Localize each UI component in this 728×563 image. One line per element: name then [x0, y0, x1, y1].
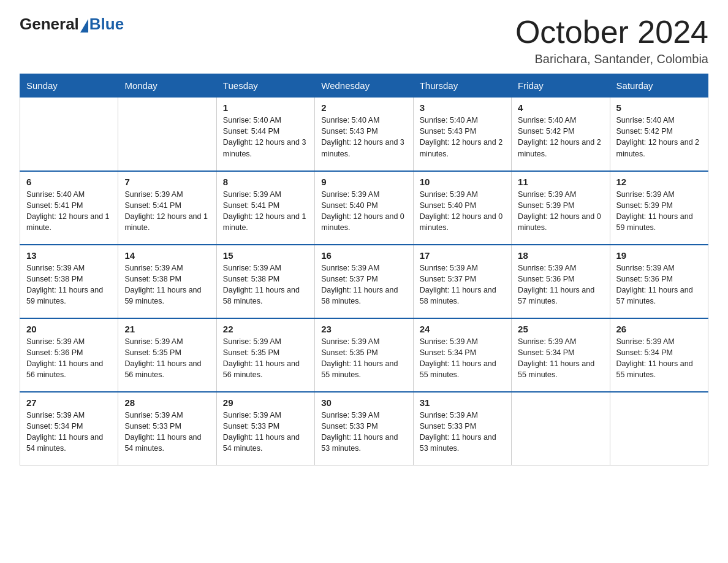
calendar-table: Sunday Monday Tuesday Wednesday Thursday… — [20, 74, 708, 465]
day-info: Sunrise: 5:39 AMSunset: 5:38 PMDaylight:… — [223, 262, 308, 307]
day-info: Sunrise: 5:39 AMSunset: 5:35 PMDaylight:… — [124, 336, 210, 381]
table-row: 2Sunrise: 5:40 AMSunset: 5:43 PMDaylight… — [315, 98, 413, 171]
table-row: 31Sunrise: 5:39 AMSunset: 5:33 PMDayligh… — [413, 392, 511, 465]
table-row: 29Sunrise: 5:39 AMSunset: 5:33 PMDayligh… — [216, 392, 314, 465]
day-number: 7 — [124, 177, 210, 187]
day-number: 17 — [420, 250, 505, 261]
day-number: 4 — [518, 102, 603, 113]
header-wednesday: Wednesday — [315, 74, 413, 98]
day-number: 10 — [420, 177, 505, 187]
day-number: 2 — [321, 102, 406, 113]
day-info: Sunrise: 5:39 AMSunset: 5:37 PMDaylight:… — [321, 262, 406, 307]
day-info: Sunrise: 5:39 AMSunset: 5:36 PMDaylight:… — [616, 262, 702, 307]
table-row: 9Sunrise: 5:39 AMSunset: 5:40 PMDaylight… — [315, 171, 413, 245]
day-info: Sunrise: 5:39 AMSunset: 5:38 PMDaylight:… — [124, 262, 210, 307]
day-info: Sunrise: 5:39 AMSunset: 5:33 PMDaylight:… — [124, 410, 210, 454]
table-row: 4Sunrise: 5:40 AMSunset: 5:42 PMDaylight… — [512, 98, 610, 171]
day-info: Sunrise: 5:39 AMSunset: 5:34 PMDaylight:… — [420, 336, 505, 381]
table-row: 14Sunrise: 5:39 AMSunset: 5:38 PMDayligh… — [118, 245, 216, 318]
table-row: 6Sunrise: 5:40 AMSunset: 5:41 PMDaylight… — [20, 171, 118, 245]
day-info: Sunrise: 5:39 AMSunset: 5:35 PMDaylight:… — [321, 336, 406, 381]
day-number: 11 — [518, 177, 603, 187]
logo-general-text: General — [20, 15, 79, 34]
table-row: 22Sunrise: 5:39 AMSunset: 5:35 PMDayligh… — [216, 318, 314, 392]
day-info: Sunrise: 5:39 AMSunset: 5:34 PMDaylight:… — [616, 336, 702, 381]
day-number: 21 — [124, 324, 210, 334]
table-row — [20, 98, 118, 171]
table-row: 24Sunrise: 5:39 AMSunset: 5:34 PMDayligh… — [413, 318, 511, 392]
day-info: Sunrise: 5:39 AMSunset: 5:37 PMDaylight:… — [420, 262, 505, 307]
day-number: 27 — [26, 397, 112, 408]
table-row: 15Sunrise: 5:39 AMSunset: 5:38 PMDayligh… — [216, 245, 314, 318]
day-number: 12 — [616, 177, 702, 187]
table-row: 16Sunrise: 5:39 AMSunset: 5:37 PMDayligh… — [315, 245, 413, 318]
day-info: Sunrise: 5:39 AMSunset: 5:40 PMDaylight:… — [420, 189, 505, 234]
logo-blue-text: Blue — [89, 15, 124, 34]
day-number: 8 — [223, 177, 308, 187]
table-row: 11Sunrise: 5:39 AMSunset: 5:39 PMDayligh… — [512, 171, 610, 245]
day-number: 19 — [616, 250, 702, 261]
day-number: 26 — [616, 324, 702, 334]
day-number: 5 — [616, 102, 702, 113]
logo: General Blue — [20, 15, 124, 34]
day-info: Sunrise: 5:40 AMSunset: 5:44 PMDaylight:… — [223, 115, 308, 159]
day-number: 25 — [518, 324, 603, 334]
calendar-week-row: 6Sunrise: 5:40 AMSunset: 5:41 PMDaylight… — [20, 171, 708, 245]
day-info: Sunrise: 5:39 AMSunset: 5:41 PMDaylight:… — [124, 189, 210, 234]
location-subtitle: Barichara, Santander, Colombia — [515, 52, 708, 66]
table-row: 20Sunrise: 5:39 AMSunset: 5:36 PMDayligh… — [20, 318, 118, 392]
day-number: 14 — [124, 250, 210, 261]
calendar-week-row: 20Sunrise: 5:39 AMSunset: 5:36 PMDayligh… — [20, 318, 708, 392]
table-row: 26Sunrise: 5:39 AMSunset: 5:34 PMDayligh… — [610, 318, 708, 392]
table-row: 3Sunrise: 5:40 AMSunset: 5:43 PMDaylight… — [413, 98, 511, 171]
day-info: Sunrise: 5:39 AMSunset: 5:38 PMDaylight:… — [26, 262, 112, 307]
day-number: 30 — [321, 397, 406, 408]
month-title: October 2024 — [515, 15, 708, 50]
day-info: Sunrise: 5:39 AMSunset: 5:36 PMDaylight:… — [518, 262, 603, 307]
weekday-header-row: Sunday Monday Tuesday Wednesday Thursday… — [20, 74, 708, 98]
day-number: 3 — [420, 102, 505, 113]
day-info: Sunrise: 5:40 AMSunset: 5:42 PMDaylight:… — [616, 115, 702, 159]
table-row: 30Sunrise: 5:39 AMSunset: 5:33 PMDayligh… — [315, 392, 413, 465]
calendar-week-row: 13Sunrise: 5:39 AMSunset: 5:38 PMDayligh… — [20, 245, 708, 318]
day-info: Sunrise: 5:39 AMSunset: 5:33 PMDaylight:… — [420, 410, 505, 454]
day-info: Sunrise: 5:39 AMSunset: 5:34 PMDaylight:… — [518, 336, 603, 381]
day-number: 13 — [26, 250, 112, 261]
day-info: Sunrise: 5:39 AMSunset: 5:40 PMDaylight:… — [321, 189, 406, 234]
day-number: 29 — [223, 397, 308, 408]
day-info: Sunrise: 5:39 AMSunset: 5:39 PMDaylight:… — [518, 189, 603, 234]
table-row: 8Sunrise: 5:39 AMSunset: 5:41 PMDaylight… — [216, 171, 314, 245]
header-friday: Friday — [512, 74, 610, 98]
day-number: 1 — [223, 102, 308, 113]
calendar-week-row: 1Sunrise: 5:40 AMSunset: 5:44 PMDaylight… — [20, 98, 708, 171]
day-number: 6 — [26, 177, 112, 187]
day-info: Sunrise: 5:40 AMSunset: 5:42 PMDaylight:… — [518, 115, 603, 159]
day-number: 15 — [223, 250, 308, 261]
header-monday: Monday — [118, 74, 216, 98]
header-thursday: Thursday — [413, 74, 511, 98]
day-number: 18 — [518, 250, 603, 261]
day-number: 23 — [321, 324, 406, 334]
day-info: Sunrise: 5:39 AMSunset: 5:41 PMDaylight:… — [223, 189, 308, 234]
page-header: General Blue October 2024 Barichara, San… — [20, 15, 708, 66]
table-row: 28Sunrise: 5:39 AMSunset: 5:33 PMDayligh… — [118, 392, 216, 465]
day-number: 24 — [420, 324, 505, 334]
table-row: 21Sunrise: 5:39 AMSunset: 5:35 PMDayligh… — [118, 318, 216, 392]
day-info: Sunrise: 5:40 AMSunset: 5:43 PMDaylight:… — [321, 115, 406, 159]
day-number: 31 — [420, 397, 505, 408]
table-row: 25Sunrise: 5:39 AMSunset: 5:34 PMDayligh… — [512, 318, 610, 392]
table-row: 27Sunrise: 5:39 AMSunset: 5:34 PMDayligh… — [20, 392, 118, 465]
logo-triangle-icon — [80, 19, 88, 33]
day-number: 20 — [26, 324, 112, 334]
table-row: 12Sunrise: 5:39 AMSunset: 5:39 PMDayligh… — [610, 171, 708, 245]
day-info: Sunrise: 5:39 AMSunset: 5:34 PMDaylight:… — [26, 410, 112, 454]
day-number: 28 — [124, 397, 210, 408]
table-row: 18Sunrise: 5:39 AMSunset: 5:36 PMDayligh… — [512, 245, 610, 318]
table-row: 7Sunrise: 5:39 AMSunset: 5:41 PMDaylight… — [118, 171, 216, 245]
day-info: Sunrise: 5:39 AMSunset: 5:35 PMDaylight:… — [223, 336, 308, 381]
calendar-week-row: 27Sunrise: 5:39 AMSunset: 5:34 PMDayligh… — [20, 392, 708, 465]
day-info: Sunrise: 5:39 AMSunset: 5:39 PMDaylight:… — [616, 189, 702, 234]
table-row: 19Sunrise: 5:39 AMSunset: 5:36 PMDayligh… — [610, 245, 708, 318]
day-info: Sunrise: 5:39 AMSunset: 5:36 PMDaylight:… — [26, 336, 112, 381]
table-row — [512, 392, 610, 465]
